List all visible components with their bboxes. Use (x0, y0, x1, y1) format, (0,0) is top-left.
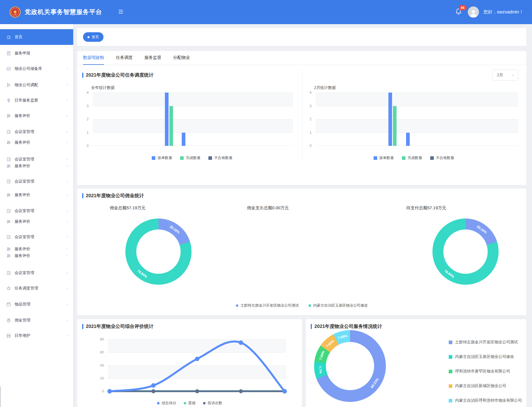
legend-marker (157, 402, 160, 404)
sidebar-item-14[interactable]: 服务评价 (0, 218, 73, 225)
service-section-header: 2021年度物业公司服务情况统计 (311, 323, 382, 330)
sidebar-item-label: 日常维护 (15, 333, 30, 338)
legend-item-2[interactable]: 完成数量 (402, 155, 422, 160)
tab-3[interactable]: 服务监督 (144, 51, 161, 65)
tab-2[interactable]: 任务调度 (116, 51, 133, 65)
legend-item-2[interactable]: 内蒙古自治区玉泉区物业公司修改 (308, 303, 368, 308)
commission-pending-label: 待支付总额57.19万元 (406, 205, 446, 211)
sidebar-item-label: 物业公司储备库 (15, 66, 42, 71)
sidebar-item-10[interactable]: 服务评价 (0, 162, 73, 170)
sidebar-item-15[interactable]: 会议室管理 (0, 233, 73, 241)
chevron-down-icon (65, 141, 69, 144)
sidebar-item-8[interactable]: 服务评价 (0, 139, 73, 146)
service-legend-item-1[interactable]: 土默特左旗金川开发区物业公司测试 (449, 340, 518, 345)
legend-item-2[interactable]: 完成数量 (180, 155, 201, 160)
sidebar-item-1[interactable]: 首页 (0, 29, 73, 45)
chevron-down-icon (65, 180, 69, 183)
legend-marker (203, 402, 206, 404)
tab-1[interactable]: 数据驾驶舱 (83, 51, 104, 65)
y-axis-tick: 80 (95, 337, 104, 341)
legend-item-1[interactable]: 接单数量 (374, 155, 394, 160)
plot-band (315, 106, 518, 119)
data-point (151, 383, 156, 388)
service-donut-chart (314, 330, 386, 402)
commission-legend: 土默特左旗金川开发区物业公司测试内蒙古自治区玉泉区物业公司修改 (77, 303, 526, 308)
legend-item-1[interactable]: 综合得分 (157, 401, 176, 406)
sidebar-item-3[interactable]: 物业公司储备库 (0, 65, 73, 72)
sidebar-item-18[interactable]: 会议室管理 (0, 269, 73, 277)
service-legend-item-3[interactable]: 呼和浩特市赛罕区物业有限公司 (449, 369, 510, 374)
share-icon (6, 82, 11, 88)
chevron-down-icon (65, 254, 69, 257)
bar-接单数量 (182, 133, 185, 146)
legend-item-3[interactable]: 不合格数量 (430, 155, 454, 160)
sidebar-item-20[interactable]: 物品管理 (0, 301, 73, 308)
data-point (107, 389, 112, 394)
bar-接单数量 (406, 133, 410, 146)
chevron-down-icon (65, 114, 69, 118)
service-legend-item-4[interactable]: 内蒙古自治区新城区物业公司 (449, 383, 506, 388)
legend-label: 不合格数量 (436, 155, 454, 160)
sidebar-item-9[interactable]: 会议室管理 (0, 156, 73, 163)
service-legend-item-2[interactable]: 内蒙古自治区玉泉区物业公司修改 (449, 354, 514, 359)
sidebar-scrollbar[interactable] (0, 386, 1, 407)
data-point (195, 357, 199, 361)
legend-item-1[interactable]: 土默特左旗金川开发区物业公司测试 (236, 303, 299, 308)
sidebar-item-6[interactable]: 服务评价 (0, 112, 73, 119)
service-legend-item-5[interactable]: 内蒙古自治区呼和浩特市物业有限公司 (449, 398, 522, 403)
sidebar-item-19[interactable]: 任务调度管理 (0, 285, 73, 292)
legend-item-3[interactable]: 投诉次数 (203, 401, 222, 406)
legend-marker (180, 156, 184, 160)
y-axis-tick: 60 (95, 350, 104, 354)
notification-bell-icon[interactable]: 66 (455, 7, 463, 17)
evaluation-card-title: 2021年度物业公司综合评价统计 (86, 323, 154, 330)
box-icon (6, 302, 11, 307)
annual-chart-legend: 接单数量完成数量不合格数量 (84, 155, 300, 160)
chevron-down-icon (65, 271, 69, 275)
legend-label: 接单数量 (379, 155, 394, 160)
section-marker (82, 193, 83, 198)
bar-完成数量 (393, 106, 397, 146)
annual-chart-subtitle: 全年统计数据 (91, 85, 115, 90)
sidebar-item-11[interactable]: 会议室管理 (0, 178, 73, 185)
legend-marker (236, 304, 238, 307)
breadcrumb-home-tag[interactable]: 首页 (83, 32, 103, 42)
notification-badge: 66 (459, 5, 467, 10)
sidebar-item-label: 服务评价 (15, 164, 30, 169)
sidebar-item-22[interactable]: 日常维护 (0, 332, 73, 339)
chevron-down-icon (65, 220, 69, 223)
legend-item-3[interactable]: 不合格数量 (208, 155, 232, 160)
chevron-down-icon (65, 99, 69, 102)
sidebar-item-13[interactable]: 会议室管理 (0, 207, 73, 215)
sidebar-item-17[interactable]: 服务评价 (0, 252, 73, 259)
legend-item-2[interactable]: 星级 (184, 401, 196, 406)
sidebar-item-5[interactable]: 日常服务监督 (0, 97, 73, 104)
sidebar-item-label: 服务评价 (15, 247, 30, 252)
task-section-header: 2021年度物业公司任务调度统计 (82, 72, 154, 78)
commission-total-donut (125, 219, 192, 285)
chevron-down-icon (65, 130, 69, 134)
sidebar-item-2[interactable]: 服务申报 (0, 50, 73, 57)
sidebar-item-label: 物品管理 (15, 302, 30, 307)
sidebar-item-16[interactable]: 服务评价 (0, 245, 73, 253)
annual-bar-chart: 43210 (93, 93, 293, 146)
user-avatar[interactable] (468, 6, 479, 18)
legend-label: 完成数量 (186, 155, 201, 160)
month-select[interactable]: 2月 (492, 70, 518, 81)
legend-item-1[interactable]: 接单数量 (152, 155, 172, 160)
chevron-down-icon (65, 209, 69, 213)
menu-fold-icon[interactable] (118, 9, 124, 16)
sidebar-item-label: 会议室管理 (15, 157, 34, 162)
sidebar-item-label: 服务评价 (15, 219, 30, 224)
sidebar-item-label: 服务评价 (15, 192, 30, 197)
tab-bar: 数据驾驶舱任务调度服务监督分配物业 (77, 51, 526, 65)
star-icon (6, 286, 11, 291)
y-axis-tick: 3 (80, 104, 89, 108)
legend-marker (449, 370, 452, 373)
month-select-value: 2月 (497, 73, 503, 78)
tab-4[interactable]: 分配物业 (173, 51, 190, 65)
sidebar-item-7[interactable]: 会议室管理 (0, 128, 73, 135)
sidebar-item-12[interactable]: 服务评价 (0, 191, 73, 199)
sidebar-item-21[interactable]: 佣金管理 (0, 317, 73, 324)
sidebar-item-4[interactable]: 物业公司调配 (0, 81, 73, 89)
